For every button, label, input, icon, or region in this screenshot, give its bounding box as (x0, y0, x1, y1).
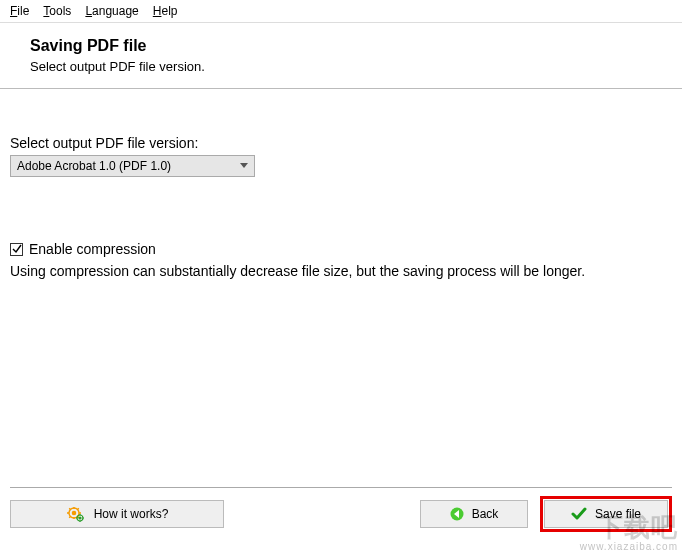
how-it-works-button[interactable]: How it works? (10, 500, 224, 528)
enable-compression-label[interactable]: Enable compression (29, 241, 156, 257)
how-it-works-label: How it works? (94, 507, 169, 521)
checkmark-icon (571, 507, 587, 521)
back-button[interactable]: Back (420, 500, 528, 528)
svg-point-1 (72, 511, 75, 514)
check-icon (12, 244, 22, 254)
save-button-highlight: Save file (540, 496, 672, 532)
menubar: File Tools Language Help (0, 0, 682, 23)
page-title: Saving PDF file (30, 37, 672, 55)
enable-compression-checkbox[interactable] (10, 243, 23, 256)
content-area: Select output PDF file version: Adobe Ac… (0, 89, 682, 289)
page-subtitle: Select output PDF file version. (30, 59, 672, 74)
footer: How it works? Back Save file (0, 477, 682, 554)
version-label: Select output PDF file version: (10, 135, 672, 151)
menu-language[interactable]: Language (85, 4, 138, 18)
page-header: Saving PDF file Select output PDF file v… (0, 23, 682, 88)
footer-separator (10, 487, 672, 488)
pdf-version-value: Adobe Acrobat 1.0 (PDF 1.0) (17, 159, 171, 173)
menu-help[interactable]: Help (153, 4, 178, 18)
enable-compression-row: Enable compression (10, 241, 672, 257)
compression-hint: Using compression can substantially decr… (10, 263, 672, 279)
gear-icon (66, 506, 86, 522)
save-file-button[interactable]: Save file (544, 500, 668, 528)
save-file-label: Save file (595, 507, 641, 521)
menu-tools[interactable]: Tools (43, 4, 71, 18)
menu-file[interactable]: File (10, 4, 29, 18)
back-label: Back (472, 507, 499, 521)
pdf-version-select[interactable]: Adobe Acrobat 1.0 (PDF 1.0) (10, 155, 255, 177)
back-arrow-icon (450, 507, 464, 521)
chevron-down-icon (240, 163, 248, 169)
svg-point-3 (79, 517, 81, 519)
